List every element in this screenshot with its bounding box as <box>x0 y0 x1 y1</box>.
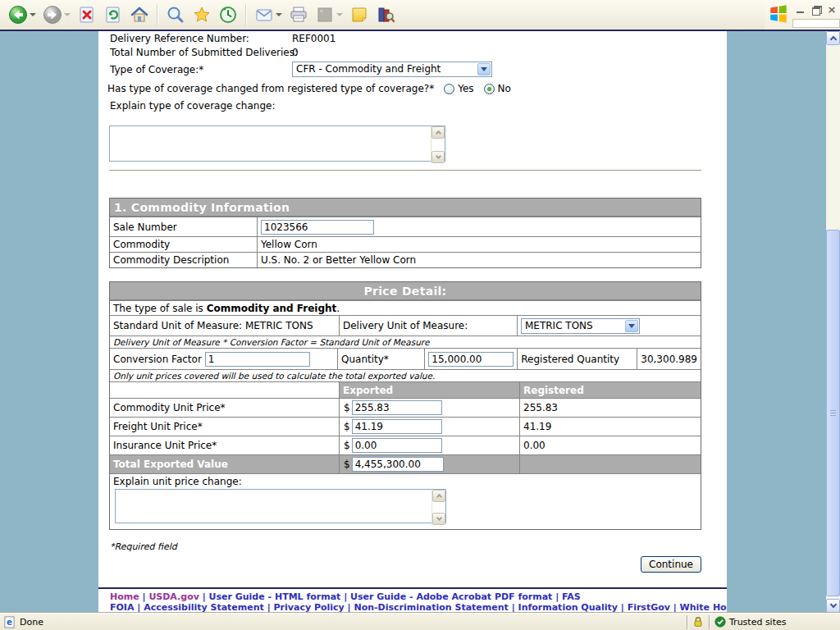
commodity-price-input[interactable] <box>352 400 442 415</box>
sale-number-input[interactable] <box>261 220 374 235</box>
scroll-up-icon[interactable] <box>432 490 445 502</box>
delivery-uom-value: METRIC TONS <box>525 320 593 331</box>
delivery-uom-select[interactable]: METRIC TONS <box>521 318 640 334</box>
footer-link[interactable]: Home <box>110 591 139 602</box>
explain-price-textarea[interactable] <box>115 489 446 523</box>
restore-button[interactable] <box>811 5 821 15</box>
total-exported-label: Total Exported Value <box>110 455 340 473</box>
footer-link[interactable]: FAS <box>562 591 581 602</box>
browser-toolbar: × <box>0 0 840 30</box>
discuss-button[interactable] <box>348 3 371 26</box>
zone-text: Trusted sites <box>729 617 787 628</box>
toolbar-separator <box>157 4 158 25</box>
research-button[interactable] <box>374 3 397 26</box>
price-detail-table: Price Detail: The type of sale is Commod… <box>109 281 701 530</box>
radio-yes[interactable] <box>444 84 454 94</box>
history-button[interactable] <box>217 3 240 26</box>
scroll-up-icon[interactable] <box>431 126 445 139</box>
insurance-price-row: Insurance Unit Price* $ 0.00 <box>110 436 701 454</box>
chevron-down-icon[interactable] <box>625 320 638 332</box>
mail-dropdown-icon[interactable] <box>276 13 282 16</box>
continue-button[interactable]: Continue <box>641 556 701 573</box>
browser-window: { "chrome": { "toolbar_icons": ["back","… <box>0 0 840 630</box>
registered-qty-value: 30,300.989 <box>637 349 701 369</box>
favorites-button[interactable] <box>190 3 213 26</box>
textarea-scrollbar[interactable] <box>431 490 445 525</box>
link-separator: | <box>618 602 628 613</box>
exported-header: Exported <box>340 382 520 398</box>
quantity-label: Quantity* <box>338 349 425 369</box>
close-button[interactable]: × <box>827 5 837 15</box>
explain-coverage-textarea[interactable] <box>109 126 445 162</box>
footer-link[interactable]: FirstGov <box>628 602 670 613</box>
mail-button[interactable] <box>253 3 284 26</box>
web-page: Delivery Reference Number: REF0001 Total… <box>98 31 727 613</box>
coverage-select[interactable]: CFR - Commodity and Freight <box>292 62 492 77</box>
print-icon <box>289 5 308 25</box>
footer-link[interactable]: Non-Discrimination Statement <box>354 602 508 613</box>
sale-number-label: Sale Number <box>110 217 258 236</box>
type-of-sale-value: Commodity and Freight <box>207 303 337 314</box>
status-bar: e Done Trusted sites <box>0 613 840 630</box>
scrollbar-down-icon[interactable] <box>826 599 840 613</box>
unit-price-note: Only unit prices covered will be used to… <box>110 370 438 381</box>
radio-no[interactable] <box>484 84 495 94</box>
toolbar-brand-area: × <box>765 0 840 30</box>
footer-divider <box>98 587 727 589</box>
explain-price-row: Explain unit price change: <box>110 473 701 529</box>
quantity-input[interactable] <box>428 352 514 367</box>
refresh-button[interactable] <box>102 3 125 26</box>
link-separator: | <box>552 591 562 602</box>
vertical-scrollbar[interactable] <box>826 31 840 613</box>
formula-note: Delivery Unit of Measure * Conversion Fa… <box>110 336 432 348</box>
stop-button[interactable] <box>75 3 98 26</box>
scroll-down-icon[interactable] <box>431 151 445 163</box>
freight-price-input[interactable] <box>352 419 442 434</box>
back-dropdown-icon[interactable] <box>30 13 36 16</box>
back-button[interactable] <box>7 3 38 26</box>
toolbar-separator <box>245 4 247 25</box>
edit-button <box>313 3 345 26</box>
scroll-down-icon[interactable] <box>432 513 445 525</box>
footer-link[interactable]: User Guide - HTML format <box>209 591 341 602</box>
conversion-input[interactable] <box>205 352 310 367</box>
textarea-scrollbar[interactable] <box>431 126 445 163</box>
total-exported-input[interactable] <box>352 457 444 472</box>
delivery-uom-label: Delivery Unit of Measure: <box>340 316 518 336</box>
svg-text:e: e <box>7 617 12 627</box>
edit-icon <box>315 5 335 25</box>
commodity-label: Commodity <box>110 237 258 252</box>
exported-registered-header-row: Exported Registered <box>110 381 701 398</box>
edit-dropdown-icon <box>336 13 343 16</box>
minimize-button[interactable] <box>796 5 806 15</box>
footer-link[interactable]: FOIA <box>110 602 134 613</box>
delivery-ref-label: Delivery Reference Number: <box>110 33 292 44</box>
explain-price-textarea-wrap <box>115 489 446 526</box>
footer-link[interactable]: Accessibility Statement <box>144 602 264 613</box>
security-segment <box>687 615 709 629</box>
footer-link[interactable]: Privacy Policy <box>274 602 345 613</box>
home-button[interactable] <box>128 3 151 26</box>
scrollbar-up-icon[interactable] <box>826 31 840 45</box>
radio-no-label: No <box>498 83 511 94</box>
scrollbar-thumb[interactable] <box>826 230 840 596</box>
chevron-down-icon[interactable] <box>477 63 491 75</box>
back-icon <box>8 5 28 25</box>
dollar-sign: $ <box>344 402 350 413</box>
forward-button[interactable] <box>41 3 72 26</box>
forward-dropdown-icon <box>64 13 71 16</box>
coverage-changed-label: Has type of coverage changed from regist… <box>107 83 434 94</box>
print-button[interactable] <box>287 3 310 26</box>
required-field-note: *Required field <box>110 541 177 552</box>
footer-link[interactable]: Information Quality <box>518 602 618 613</box>
footer-link[interactable]: User Guide - Adobe Acrobat PDF format <box>350 591 552 602</box>
footer-link[interactable]: White House <box>680 602 727 613</box>
insurance-price-registered: 0.00 <box>520 436 701 454</box>
freight-price-label: Freight Unit Price* <box>110 418 340 436</box>
registered-header: Registered <box>520 382 701 398</box>
search-button[interactable] <box>164 3 187 26</box>
formula-note-row: Delivery Unit of Measure * Conversion Fa… <box>110 336 701 348</box>
insurance-price-input[interactable] <box>352 438 442 453</box>
table-row: Commodity Yellow Corn <box>110 236 701 252</box>
footer-link[interactable]: USDA.gov <box>148 591 199 602</box>
